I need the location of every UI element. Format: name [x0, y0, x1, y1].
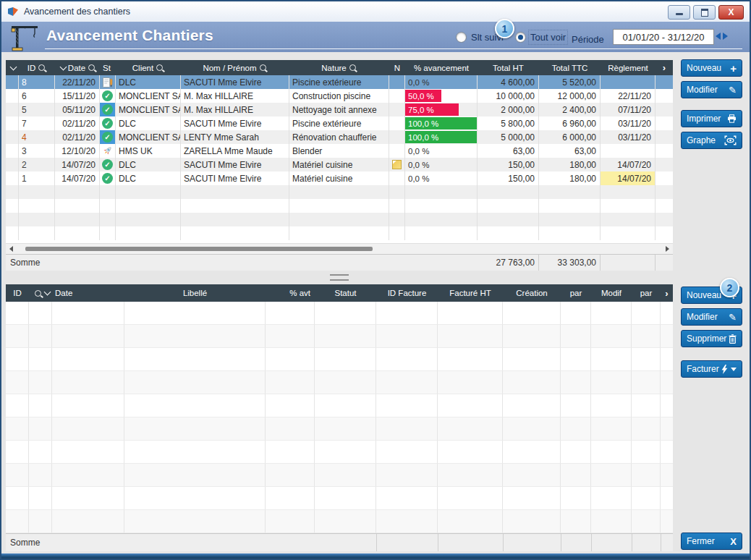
column-header-idfact[interactable]: ID Facture — [376, 284, 438, 302]
column-header-next[interactable]: › — [661, 284, 673, 302]
empty-cell — [376, 510, 438, 533]
column-header-n[interactable]: N — [389, 60, 405, 75]
empty-row[interactable] — [6, 464, 673, 487]
radio-tout-voir[interactable]: Tout voir — [515, 32, 566, 43]
modifier-button[interactable]: Modifier✎ — [681, 81, 742, 98]
table-row[interactable]: 214/07/20✓DLCSACUTI Mme ElvireMatériel c… — [6, 158, 673, 171]
graphe-button[interactable]: Graphe — [681, 132, 742, 149]
column-header-next[interactable]: › — [655, 60, 673, 75]
empty-cell — [29, 510, 52, 533]
empty-row[interactable] — [6, 510, 673, 533]
column-header-nom[interactable]: Nom / Prénom — [181, 60, 289, 75]
cell-date: 22/11/20 — [55, 75, 100, 89]
column-header-date[interactable]: Date — [55, 60, 100, 75]
empty-cell — [100, 226, 116, 240]
column-header-st[interactable]: St — [100, 60, 116, 75]
cell-nature: Piscine extérieure — [289, 75, 389, 89]
cell-id: 4 — [19, 130, 55, 144]
facturer-button[interactable]: Facturer — [681, 360, 742, 378]
table-row[interactable]: 822/11/20DLCSACUTI Mme ElvirePiscine ext… — [6, 75, 673, 89]
column-header-avc[interactable]: % avancement — [405, 60, 478, 75]
periode-next-button[interactable] — [722, 30, 729, 42]
scroll-left-icon[interactable] — [9, 246, 13, 252]
table-row[interactable]: 114/07/20✓DLCSACUTI Mme ElvireMatériel c… — [6, 171, 673, 185]
scrollbar-thumb[interactable] — [25, 247, 373, 251]
column-header-nature[interactable]: Nature — [289, 60, 389, 75]
empty-row[interactable] — [6, 185, 673, 199]
table-row[interactable]: 702/11/20✓DLCSACUTI Mme ElvirePiscine ex… — [6, 116, 673, 130]
nouveau-button[interactable]: Nouveau+ — [681, 59, 742, 77]
modifier2-button[interactable]: Modifier✎ — [681, 308, 742, 326]
column-header-par2[interactable]: par — [632, 284, 661, 302]
empty-row[interactable] — [6, 441, 673, 464]
column-header-id[interactable]: ID — [6, 284, 29, 302]
column-header-id[interactable]: ID — [19, 60, 55, 75]
empty-row[interactable] — [6, 213, 673, 226]
periode-input[interactable] — [613, 29, 714, 45]
empty-cell — [266, 417, 315, 441]
empty-cell — [632, 510, 661, 533]
horizontal-scrollbar[interactable] — [6, 243, 673, 254]
cell-total-ht: 5 800,00 — [478, 116, 539, 130]
column-header-statut[interactable]: Statut — [315, 284, 376, 302]
empty-cell — [266, 441, 315, 464]
fermer-button[interactable]: FermerX — [681, 533, 742, 550]
column-header-reg[interactable]: Règlement — [601, 60, 655, 75]
close-button[interactable]: X — [718, 5, 744, 20]
empty-row[interactable] — [6, 371, 673, 394]
cell-total-ttc: 180,00 — [539, 158, 601, 171]
table-row[interactable]: 312/10/20HMS UKZARELLA Mme MaudeBlender0… — [6, 144, 673, 158]
column-header-ht[interactable]: Total HT — [478, 60, 539, 75]
maximize-button[interactable] — [693, 5, 716, 20]
column-header-corner[interactable] — [6, 60, 19, 75]
empty-cell — [438, 464, 503, 487]
empty-cell — [315, 487, 376, 510]
empty-row[interactable] — [6, 325, 673, 348]
splitter-handle[interactable] — [6, 270, 673, 284]
empty-row[interactable] — [6, 487, 673, 510]
column-label: Date — [68, 64, 85, 72]
empty-cell — [6, 394, 29, 417]
empty-cell — [376, 348, 438, 371]
empty-cell — [6, 302, 29, 325]
app-window: Avancement des chantiers X Avancement Ch… — [0, 0, 751, 560]
empty-row[interactable] — [6, 226, 673, 240]
cell-overflow — [655, 158, 673, 171]
table-row[interactable]: 505/11/20✓MONCLIENT SAM. Max HILLAIRENet… — [6, 103, 673, 116]
page-title: Avancement Chantiers — [46, 27, 213, 44]
column-header-par1[interactable]: par — [561, 284, 591, 302]
column-header-avt[interactable]: % avt — [266, 284, 315, 302]
empty-row[interactable] — [6, 199, 673, 213]
column-header-client[interactable]: Client — [116, 60, 181, 75]
cell-id: 6 — [19, 89, 55, 103]
empty-row[interactable] — [6, 394, 673, 417]
empty-row[interactable] — [6, 302, 673, 325]
column-label: Nom / Prénom — [203, 64, 256, 72]
column-label: Facturé HT — [449, 289, 491, 297]
table-row[interactable]: 615/11/20✓MONCLIENT SAM. Max HILLAIRECon… — [6, 89, 673, 103]
column-header-search[interactable] — [29, 284, 52, 302]
supprimer-button[interactable]: Supprimer — [681, 330, 742, 347]
column-header-creation[interactable]: Création — [503, 284, 561, 302]
minimize-button[interactable] — [668, 5, 690, 20]
column-header-factht[interactable]: Facturé HT — [438, 284, 503, 302]
column-label: Statut — [334, 289, 356, 297]
imprimer-button[interactable]: Imprimer — [681, 110, 742, 127]
periode-prev-button[interactable] — [715, 30, 721, 42]
cell-total-ttc: 2 400,00 — [539, 103, 601, 116]
column-header-ttc[interactable]: Total TTC — [539, 60, 601, 75]
empty-cell — [100, 185, 116, 199]
column-header-modif[interactable]: Modif — [591, 284, 632, 302]
eye-chart-icon — [724, 135, 737, 145]
cell-corner — [6, 89, 19, 103]
callout-2-badge: 2 — [720, 278, 739, 297]
cell-note — [389, 75, 405, 89]
empty-cell — [591, 302, 632, 325]
table-row[interactable]: 402/11/20✓MONCLIENT SALENTY Mme SarahRén… — [6, 130, 673, 144]
cell-corner — [6, 116, 19, 130]
empty-row[interactable] — [6, 348, 673, 371]
empty-row[interactable] — [6, 417, 673, 441]
scroll-right-icon[interactable] — [666, 246, 669, 252]
column-header-libelle[interactable]: Libellé — [124, 284, 266, 302]
column-header-date[interactable]: Date — [52, 284, 124, 302]
